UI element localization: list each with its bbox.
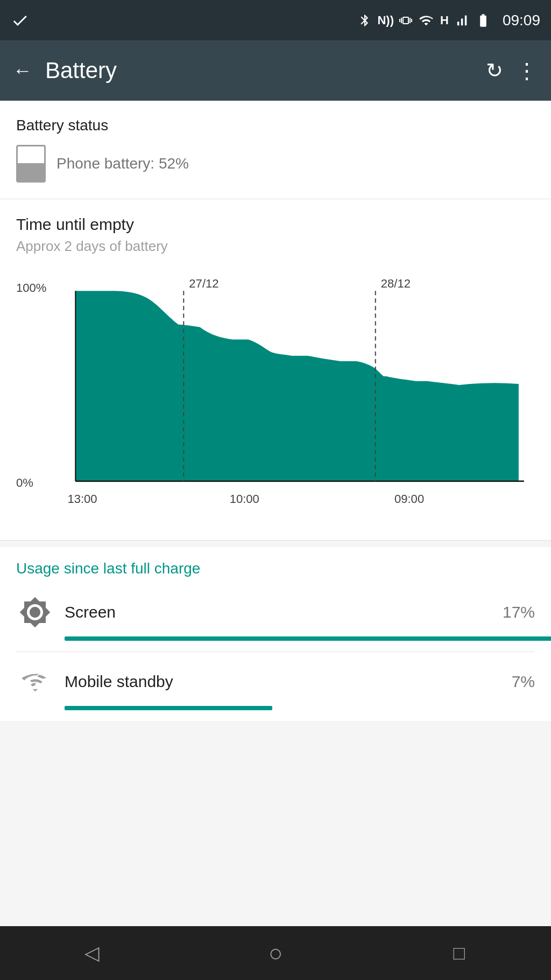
main-content: Battery status Phone battery: 52% Time u… <box>0 101 551 980</box>
signal-bars-icon <box>454 13 469 28</box>
nav-home-button[interactable]: ○ <box>254 932 297 975</box>
mobile-standby-bar-container <box>65 706 551 710</box>
refresh-button[interactable]: ↻ <box>486 59 503 82</box>
date-label-28-12: 28/12 <box>381 277 411 290</box>
battery-fill <box>18 163 44 181</box>
nav-recents-button[interactable]: □ <box>437 932 481 975</box>
svg-text:0%: 0% <box>16 476 33 489</box>
time-until-empty-section: Time until empty Approx 2 days of batter… <box>0 199 551 271</box>
chart-svg: 100% 0% 27/12 28/12 13:00 10:00 09:00 <box>16 271 535 529</box>
bottom-nav: ◁ ○ □ <box>0 926 551 980</box>
bluetooth-icon <box>358 12 372 29</box>
mobile-standby-label: Mobile standby <box>65 673 512 691</box>
h-signal-icon: H <box>440 13 449 27</box>
usage-item-screen-row: Screen 17% <box>16 593 535 631</box>
x-label-1300: 13:00 <box>67 492 97 506</box>
vibrate-icon <box>399 12 412 29</box>
time-until-empty-subtitle: Approx 2 days of battery <box>16 238 535 255</box>
phone-battery-icon <box>16 145 46 183</box>
nfc-icon: N)) <box>377 13 394 27</box>
time-until-empty-title: Time until empty <box>16 215 535 234</box>
battery-percentage-label: Phone battery: 52% <box>56 155 189 172</box>
mobile-standby-icon <box>16 663 54 701</box>
battery-status-row: Phone battery: 52% <box>16 145 535 183</box>
mobile-standby-bar <box>65 706 272 710</box>
usage-item-mobile-standby[interactable]: Mobile standby 7% <box>16 652 535 721</box>
battery-status-title: Battery status <box>16 117 535 134</box>
battery-status-icon <box>475 13 492 28</box>
checkmark-icon <box>11 11 29 30</box>
date-label-27-12: 27/12 <box>189 277 218 290</box>
wifi-icon <box>418 13 435 28</box>
usage-item-screen[interactable]: Screen 17% <box>16 583 535 652</box>
usage-item-standby-row: Mobile standby 7% <box>16 663 535 701</box>
battery-chart: 100% 0% 27/12 28/12 13:00 10:00 09:00 <box>16 271 535 529</box>
more-options-button[interactable]: ⋮ <box>516 58 538 83</box>
status-bar-left <box>11 11 29 30</box>
status-bar-right: N)) H 09:09 <box>358 12 540 29</box>
usage-section-title: Usage since last full charge <box>16 560 535 577</box>
svg-text:100%: 100% <box>16 281 46 295</box>
x-label-0900: 09:00 <box>394 492 424 506</box>
screen-usage-label: Screen <box>65 603 503 621</box>
divider-2 <box>0 540 551 541</box>
status-bar: N)) H 09:09 <box>0 0 551 40</box>
chart-fill <box>75 291 518 481</box>
status-time: 09:09 <box>503 12 540 29</box>
screen-usage-percentage: 17% <box>503 603 535 621</box>
battery-status-section: Battery status Phone battery: 52% <box>0 101 551 199</box>
battery-chart-section: 100% 0% 27/12 28/12 13:00 10:00 09:00 <box>0 271 551 540</box>
app-bar-title: Battery <box>45 58 486 83</box>
app-bar: ← Battery ↻ ⋮ <box>0 40 551 101</box>
screen-brightness-icon <box>16 593 54 631</box>
nav-back-button[interactable]: ◁ <box>70 932 114 975</box>
screen-usage-bar <box>65 636 551 641</box>
mobile-standby-percentage: 7% <box>512 673 535 691</box>
app-bar-actions: ↻ ⋮ <box>486 58 538 83</box>
usage-section: Usage since last full charge Screen 17% <box>0 547 551 721</box>
back-button[interactable]: ← <box>13 59 32 82</box>
x-label-1000: 10:00 <box>230 492 259 506</box>
screen-usage-bar-container <box>65 636 551 641</box>
